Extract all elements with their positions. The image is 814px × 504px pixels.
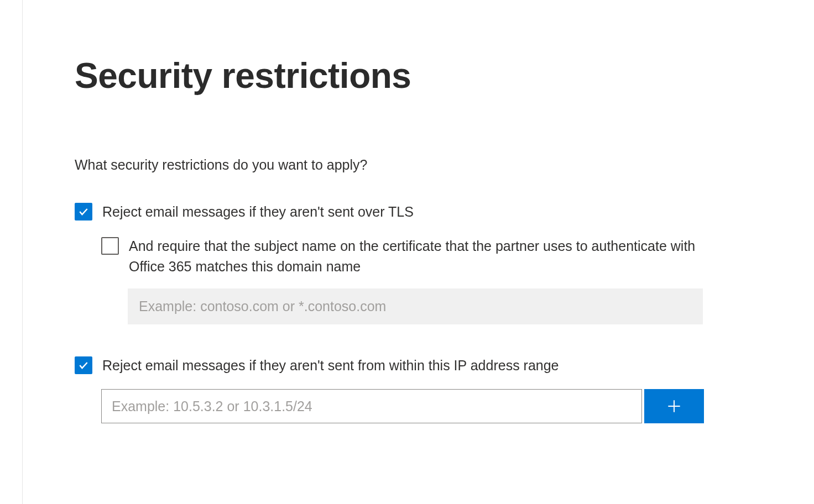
add-ip-button[interactable]: [644, 389, 704, 423]
check-icon: [78, 360, 89, 371]
ip-range-checkbox-label: Reject email messages if they aren't sen…: [102, 355, 559, 376]
tls-checkbox-label: Reject email messages if they aren't sen…: [102, 202, 414, 223]
plus-icon: [665, 397, 683, 415]
check-icon: [78, 206, 89, 217]
content-panel: Security restrictions What security rest…: [0, 0, 708, 423]
page-title: Security restrictions: [75, 55, 708, 96]
panel-left-border: [22, 0, 23, 504]
cert-match-checkbox-label: And require that the subject name on the…: [129, 236, 708, 277]
cert-match-checkbox[interactable]: [101, 237, 119, 255]
cert-match-checkbox-row: And require that the subject name on the…: [101, 236, 708, 277]
ip-range-checkbox-row: Reject email messages if they aren't sen…: [75, 355, 708, 376]
tls-checkbox-row: Reject email messages if they aren't sen…: [75, 202, 708, 223]
ip-address-input[interactable]: [101, 389, 642, 423]
ip-range-checkbox[interactable]: [75, 356, 92, 374]
ip-input-row: [101, 389, 708, 423]
prompt-text: What security restrictions do you want t…: [75, 157, 708, 173]
domain-name-input[interactable]: [128, 288, 703, 324]
tls-checkbox[interactable]: [75, 203, 92, 221]
